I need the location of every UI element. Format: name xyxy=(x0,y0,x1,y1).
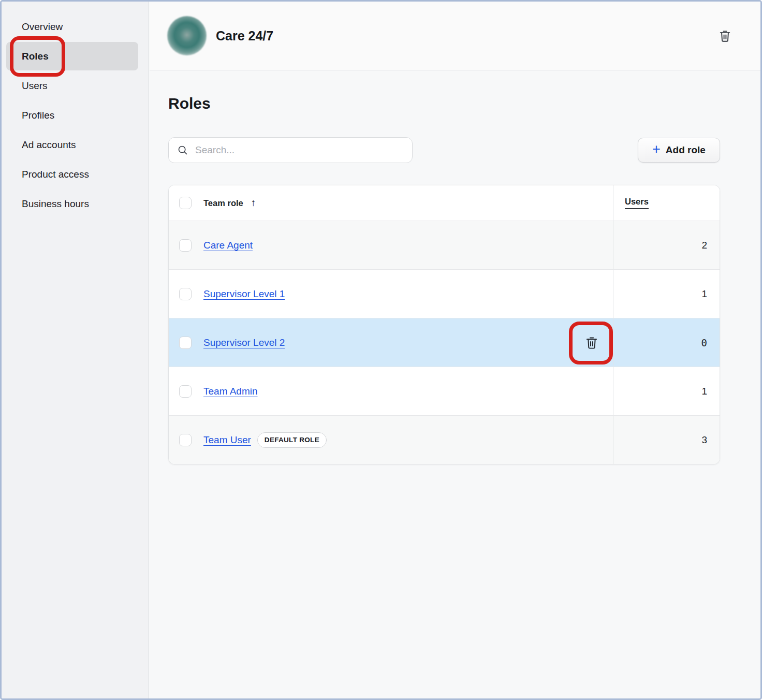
team-role-cell: Team Admin xyxy=(169,367,613,415)
row-checkbox[interactable] xyxy=(179,337,192,349)
table-header-row: Team role ↑ Users xyxy=(169,185,720,221)
sidebar-item-label: Product access xyxy=(22,169,89,180)
sidebar-nav: OverviewRolesUsersProfilesAd accountsPro… xyxy=(2,12,149,218)
page-title: Roles xyxy=(168,94,760,113)
sidebar: OverviewRolesUsersProfilesAd accountsPro… xyxy=(2,2,149,698)
users-count: 2 xyxy=(701,240,707,251)
sidebar-item-label: Users xyxy=(22,80,48,92)
trash-icon xyxy=(584,336,599,350)
sidebar-item-ad-accounts[interactable]: Ad accounts xyxy=(2,130,149,159)
search-icon xyxy=(177,144,188,156)
users-count-cell: 1 xyxy=(613,270,720,318)
search-box xyxy=(168,137,413,163)
trash-icon xyxy=(718,29,732,43)
sidebar-item-product-access[interactable]: Product access xyxy=(2,159,149,189)
toolbar: + Add role xyxy=(168,137,720,163)
team-avatar xyxy=(167,16,207,55)
table-row-team-admin: Team Admin1 xyxy=(169,367,720,415)
team-role-cell: Care Agent xyxy=(169,221,613,269)
delete-team-button[interactable] xyxy=(716,27,733,44)
row-checkbox[interactable] xyxy=(179,288,192,300)
sidebar-item-label: Ad accounts xyxy=(22,139,76,151)
users-count-cell: 1 xyxy=(613,367,720,415)
team-role-cell: Supervisor Level 1 xyxy=(169,270,613,318)
users-column-label[interactable]: Users xyxy=(625,197,649,209)
select-all-checkbox[interactable] xyxy=(179,197,192,209)
table-row-team-user: Team UserDEFAULT ROLE3 xyxy=(169,415,720,464)
sidebar-item-label: Business hours xyxy=(22,198,89,210)
users-count: 3 xyxy=(701,434,707,446)
plus-icon: + xyxy=(652,142,661,156)
table-row-supervisor-level-1: Supervisor Level 11 xyxy=(169,269,720,318)
sidebar-item-profiles[interactable]: Profiles xyxy=(2,100,149,130)
team-role-cell: Team UserDEFAULT ROLE xyxy=(169,416,613,464)
sidebar-item-business-hours[interactable]: Business hours xyxy=(2,189,149,218)
role-link-team-admin[interactable]: Team Admin xyxy=(203,386,258,397)
roles-page: Roles + Add role xyxy=(150,94,760,464)
users-count: 1 xyxy=(701,288,707,300)
sidebar-item-users[interactable]: Users xyxy=(2,71,149,100)
row-checkbox[interactable] xyxy=(179,434,192,446)
role-link-team-user[interactable]: Team User xyxy=(203,434,251,446)
role-link-care-agent[interactable]: Care Agent xyxy=(203,240,253,251)
arrow-up-icon[interactable]: ↑ xyxy=(251,197,256,209)
role-link-supervisor-level-2[interactable]: Supervisor Level 2 xyxy=(203,337,285,348)
team-header: Care 24/7 xyxy=(150,2,760,70)
users-count: 1 xyxy=(701,386,707,397)
sidebar-item-label: Roles xyxy=(22,51,49,62)
sidebar-item-overview[interactable]: Overview xyxy=(2,12,149,41)
users-count: 0 xyxy=(701,337,707,348)
row-checkbox[interactable] xyxy=(179,385,192,398)
team-role-column-label[interactable]: Team role xyxy=(203,198,243,208)
supervisor-level-2-delete-button[interactable] xyxy=(584,335,599,351)
team-name: Care 24/7 xyxy=(216,28,273,43)
table-row-supervisor-level-2: Supervisor Level 20 xyxy=(169,318,720,367)
users-count-cell: 0 xyxy=(613,318,720,367)
table-body: Care Agent2Supervisor Level 11Supervisor… xyxy=(169,221,720,464)
team-role-cell: Supervisor Level 2 xyxy=(169,318,613,367)
main-panel: Care 24/7 Roles xyxy=(150,2,760,698)
add-role-button[interactable]: + Add role xyxy=(638,138,720,163)
table-row-care-agent: Care Agent2 xyxy=(169,221,720,269)
sidebar-item-label: Profiles xyxy=(22,110,54,121)
role-link-supervisor-level-1[interactable]: Supervisor Level 1 xyxy=(203,288,285,300)
team-role-column-header: Team role ↑ xyxy=(169,185,613,221)
row-checkbox[interactable] xyxy=(179,239,192,252)
default-role-badge: DEFAULT ROLE xyxy=(257,432,327,448)
add-role-label: Add role xyxy=(666,144,706,156)
users-count-cell: 2 xyxy=(613,221,720,269)
sidebar-item-label: Overview xyxy=(22,21,63,33)
roles-table: Team role ↑ Users Care Agent2Supervisor … xyxy=(168,185,720,464)
window: OverviewRolesUsersProfilesAd accountsPro… xyxy=(0,0,762,700)
search-input[interactable] xyxy=(195,144,404,156)
users-count-cell: 3 xyxy=(613,416,720,464)
sidebar-item-roles[interactable]: Roles xyxy=(6,42,138,70)
users-column-header: Users xyxy=(613,185,720,221)
